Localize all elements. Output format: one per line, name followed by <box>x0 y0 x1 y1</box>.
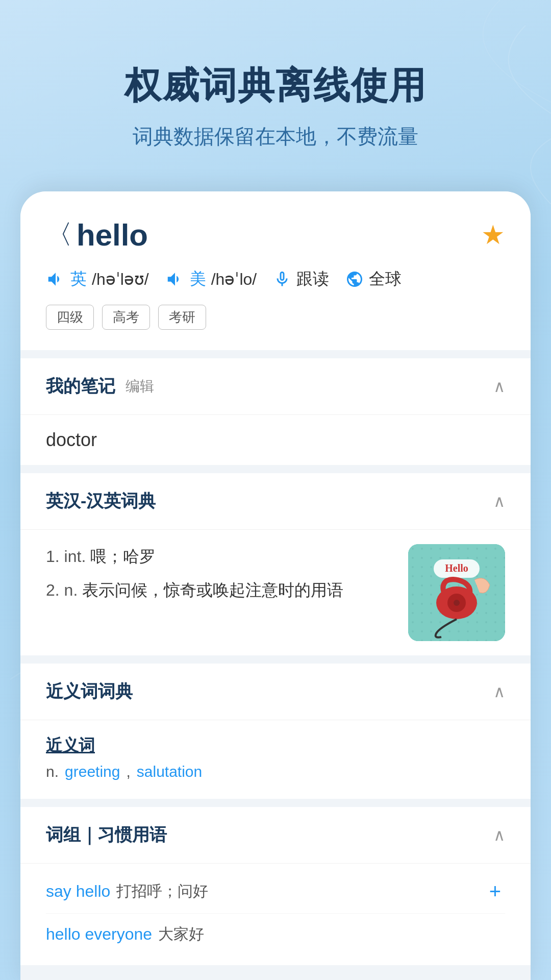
synonyms-list-row: n. greeting , salutation <box>46 763 505 780</box>
us-phonetic: /həˈlo/ <box>211 270 257 289</box>
follow-read-button[interactable]: 跟读 <box>273 268 329 290</box>
phrase-2-left: hello everyone 大家好 <box>46 924 505 945</box>
synonym-comma: , <box>126 763 130 780</box>
phrase-row-1: say hello 打招呼；问好 + <box>46 870 505 914</box>
word-display: hello <box>77 217 148 253</box>
dict-section-body: 1. int. 喂；哈罗 2. n. 表示问候，惊奇或唤起注意时的用语 <box>20 530 531 655</box>
uk-pronunciation[interactable]: 英 /həˈləʊ/ <box>46 268 149 290</box>
dict-section-title: 英汉-汉英词典 <box>46 489 156 513</box>
synonyms-section-title: 近义词词典 <box>46 680 133 703</box>
synonym-word-2[interactable]: salutation <box>137 763 202 780</box>
dict-def-1: 1. int. 喂；哈罗 <box>46 544 396 569</box>
def-2-text: 2. n. 表示问候，惊奇或唤起注意时的用语 <box>46 581 343 599</box>
bookmark-star-icon[interactable]: ★ <box>481 219 505 250</box>
phrases-section-body: say hello 打招呼；问好 + hello everyone 大家好 <box>20 864 531 965</box>
tag-cet4: 四级 <box>46 305 94 330</box>
def-1-content: 喂；哈罗 <box>90 547 156 566</box>
phrase-row-2: hello everyone 大家好 <box>46 914 505 955</box>
svg-text:Hello: Hello <box>445 562 468 574</box>
synonyms-sub-title: 近义词 <box>46 734 505 757</box>
us-speaker-icon <box>165 270 185 289</box>
global-label: 全球 <box>369 268 402 290</box>
dict-collapse-icon[interactable]: ∧ <box>493 492 505 511</box>
us-pronunciation[interactable]: 美 /həˈlo/ <box>165 268 257 290</box>
synonyms-section-header[interactable]: 近义词词典 ∧ <box>20 664 531 720</box>
pronunciation-row: 英 /həˈləʊ/ 美 /həˈlo/ 跟读 <box>46 268 505 290</box>
page-title: 权威词典离线使用 <box>20 61 531 110</box>
telephone-svg: Hello <box>408 544 505 641</box>
phrases-section: 词组｜习惯用语 ∧ say hello 打招呼；问好 + hello every… <box>20 807 531 965</box>
notes-section-header[interactable]: 我的笔记 编辑 ∧ <box>20 358 531 415</box>
dict-section-header[interactable]: 英汉-汉英词典 ∧ <box>20 473 531 530</box>
word-header: 〈 hello ★ 英 /həˈləʊ/ 美 /həˈlo/ <box>20 191 531 350</box>
dict-section: 英汉-汉英词典 ∧ 1. int. 喂；哈罗 2. n. 表示问候，惊奇或唤起注… <box>20 473 531 655</box>
phrase-2-cn: 大家好 <box>158 924 204 945</box>
notes-section-body: doctor <box>20 415 531 465</box>
uk-speaker-icon <box>46 270 65 289</box>
us-lang-label: 美 <box>190 268 206 290</box>
phrases-collapse-icon[interactable]: ∧ <box>493 825 505 845</box>
notes-collapse-icon[interactable]: ∧ <box>493 377 505 396</box>
uk-phonetic: /həˈləʊ/ <box>92 270 149 289</box>
header-section: 权威词典离线使用 词典数据保留在本地，不费流量 <box>0 0 551 181</box>
uk-lang-label: 英 <box>70 268 87 290</box>
hello-illustration: Hello <box>408 544 505 641</box>
phrases-section-header[interactable]: 词组｜习惯用语 ∧ <box>20 807 531 864</box>
tag-gaokao: 高考 <box>102 305 150 330</box>
back-button[interactable]: 〈 <box>46 217 72 253</box>
word-back-title-group: 〈 hello <box>46 217 148 253</box>
phrases-section-title: 词组｜习惯用语 <box>46 823 167 847</box>
notes-section: 我的笔记 编辑 ∧ doctor <box>20 358 531 465</box>
def-1-num: 1. int. <box>46 547 90 566</box>
dict-definitions-list: 1. int. 喂；哈罗 2. n. 表示问候，惊奇或唤起注意时的用语 <box>46 544 396 611</box>
global-button[interactable]: 全球 <box>345 268 402 290</box>
phrase-2-en[interactable]: hello everyone <box>46 925 152 944</box>
dict-def-2: 2. n. 表示问候，惊奇或唤起注意时的用语 <box>46 578 396 602</box>
notes-title-group: 我的笔记 编辑 <box>46 375 154 398</box>
follow-read-label: 跟读 <box>296 268 329 290</box>
phrase-1-cn: 打招呼；问好 <box>116 881 208 902</box>
notes-content: doctor <box>46 429 97 450</box>
def-2-num: 2. n. <box>46 581 82 599</box>
notes-edit-button[interactable]: 编辑 <box>126 377 154 396</box>
synonym-word-1[interactable]: greeting <box>65 763 120 780</box>
page-subtitle: 词典数据保留在本地，不费流量 <box>20 122 531 151</box>
microphone-icon <box>273 270 291 288</box>
synonyms-section: 近义词词典 ∧ 近义词 n. greeting , salutation <box>20 664 531 799</box>
exam-tags-row: 四级 高考 考研 <box>46 305 505 330</box>
synonyms-section-body: 近义词 n. greeting , salutation <box>20 720 531 799</box>
phrase-1-left: say hello 打招呼；问好 <box>46 881 485 902</box>
phrase-1-add-button[interactable]: + <box>485 880 505 903</box>
word-title-row: 〈 hello ★ <box>46 217 505 253</box>
synonyms-collapse-icon[interactable]: ∧ <box>493 682 505 701</box>
def-1-text: 1. int. 喂；哈罗 <box>46 547 156 566</box>
dict-card: 〈 hello ★ 英 /həˈləʊ/ 美 /həˈlo/ <box>20 191 531 980</box>
tag-postgrad: 考研 <box>158 305 206 330</box>
svg-point-7 <box>454 600 460 606</box>
synonyms-pos: n. <box>46 763 59 780</box>
notes-section-title: 我的笔记 <box>46 375 115 398</box>
phrase-1-en[interactable]: say hello <box>46 882 110 901</box>
globe-icon <box>345 270 364 288</box>
def-2-content: 表示问候，惊奇或唤起注意时的用语 <box>82 581 343 599</box>
